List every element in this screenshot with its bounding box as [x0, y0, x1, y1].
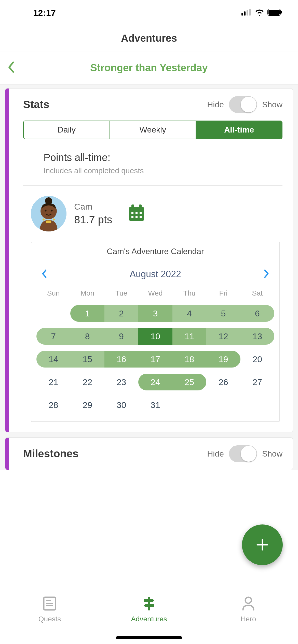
calendar-day[interactable]: 14	[36, 348, 70, 371]
card-accent	[5, 89, 9, 432]
calendar-day-number: 31	[151, 400, 160, 410]
calendar-day	[206, 393, 240, 416]
calendar-toggle-button[interactable]	[127, 204, 146, 223]
svg-rect-18	[131, 212, 133, 214]
add-button[interactable]	[242, 524, 283, 565]
stats-card: Stats Hide Show Daily Weekly All-time Po…	[5, 88, 293, 432]
calendar-day[interactable]: 27	[240, 371, 274, 393]
segment-daily[interactable]: Daily	[24, 121, 110, 139]
calendar-day-number: 26	[219, 377, 228, 387]
user-info: Cam 81.7 pts	[74, 202, 112, 226]
calendar-day-number: 17	[151, 354, 160, 364]
tab-bar: Quests Adventures Hero	[0, 588, 298, 644]
tab-label: Adventures	[131, 615, 167, 623]
stats-title: Stats	[23, 98, 202, 111]
prev-month-button[interactable]	[42, 269, 47, 279]
calendar-day-number: 4	[187, 309, 192, 318]
calendar-day[interactable]: 28	[36, 393, 70, 416]
svg-rect-3	[249, 9, 251, 16]
calendar-day	[172, 393, 206, 416]
segment-alltime[interactable]: All-time	[196, 121, 282, 139]
svg-rect-21	[131, 216, 133, 218]
calendar-dow: Sat	[240, 285, 274, 302]
next-month-button[interactable]	[264, 269, 269, 279]
calendar-day[interactable]: 19	[206, 348, 240, 371]
segment-weekly[interactable]: Weekly	[110, 121, 196, 139]
hide-label: Hide	[207, 100, 224, 109]
calendar-day-number: 1	[85, 309, 90, 318]
calendar-day-number: 6	[255, 309, 260, 318]
calendar-day[interactable]: 6	[240, 302, 274, 325]
calendar-day[interactable]: 4	[172, 302, 206, 325]
calendar-day[interactable]: 9	[104, 325, 138, 348]
calendar-day-number: 9	[119, 331, 124, 341]
calendar-day[interactable]: 11	[172, 325, 206, 348]
calendar-day[interactable]: 30	[104, 393, 138, 416]
chevron-left-icon	[42, 269, 47, 278]
svg-rect-16	[131, 204, 134, 209]
calendar-day-number: 11	[185, 331, 194, 341]
svg-rect-2	[247, 10, 248, 16]
points-title: Points all-time:	[44, 152, 282, 163]
calendar-day[interactable]: 13	[240, 325, 274, 348]
calendar-day[interactable]: 17	[138, 348, 172, 371]
calendar-dow: Mon	[70, 285, 104, 302]
subtitle-bar: Stronger than Yesterday	[0, 51, 298, 84]
calendar-day[interactable]: 31	[138, 393, 172, 416]
status-icons	[241, 9, 283, 17]
calendar-dow: Sun	[36, 285, 70, 302]
calendar-dow: Wed	[138, 285, 172, 302]
calendar-day[interactable]: 21	[36, 371, 70, 393]
calendar-day[interactable]: 16	[104, 348, 138, 371]
time-range-segmented-control: Daily Weekly All-time	[23, 121, 282, 139]
calendar-day[interactable]: 15	[70, 348, 104, 371]
calendar-day-number: 25	[185, 377, 194, 387]
person-icon	[239, 595, 257, 612]
user-name: Cam	[74, 202, 112, 212]
calendar-day-number: 20	[252, 354, 262, 364]
calendar-day[interactable]: 22	[70, 371, 104, 393]
svg-rect-22	[136, 216, 138, 218]
cellular-icon	[241, 9, 252, 17]
calendar-day[interactable]: 3	[138, 302, 172, 325]
points-subtitle: Includes all completed quests	[44, 166, 282, 175]
calendar-day[interactable]: 18	[172, 348, 206, 371]
tab-hero[interactable]: Hero	[199, 595, 298, 644]
calendar-day[interactable]: 2	[104, 302, 138, 325]
calendar-day[interactable]: 10	[138, 325, 172, 348]
calendar-day-number: 21	[49, 377, 58, 387]
calendar-day[interactable]: 24	[138, 371, 172, 393]
calendar-day[interactable]: 8	[70, 325, 104, 348]
tab-quests[interactable]: Quests	[0, 595, 99, 644]
calendar-day[interactable]: 1	[70, 302, 104, 325]
calendar-day[interactable]: 12	[206, 325, 240, 348]
svg-point-29	[245, 597, 251, 603]
svg-rect-5	[268, 10, 280, 15]
stats-visibility-toggle[interactable]	[229, 96, 257, 113]
avatar[interactable]	[31, 196, 66, 231]
back-button[interactable]	[8, 61, 15, 74]
calendar-day-number: 22	[83, 377, 92, 387]
calendar-day-number: 18	[185, 354, 194, 364]
calendar-day[interactable]: 23	[104, 371, 138, 393]
svg-rect-6	[281, 11, 282, 13]
calendar-day[interactable]: 25	[172, 371, 206, 393]
stats-header: Stats Hide Show	[23, 96, 282, 113]
calendar-day-number: 8	[85, 331, 90, 341]
calendar-day[interactable]: 20	[240, 348, 274, 371]
calendar-day[interactable]: 5	[206, 302, 240, 325]
divider	[23, 185, 282, 186]
calendar-day[interactable]: 29	[70, 393, 104, 416]
hide-label: Hide	[207, 449, 224, 459]
calendar-day-number: 3	[153, 309, 158, 318]
calendar-grid: SunMonTueWedThuFriSat1234567891011121314…	[31, 285, 279, 421]
page-title: Adventures	[121, 33, 177, 44]
calendar-day-number: 28	[49, 400, 58, 410]
content-area: Stats Hide Show Daily Weekly All-time Po…	[0, 84, 298, 470]
svg-point-10	[45, 210, 47, 212]
calendar-day[interactable]: 26	[206, 371, 240, 393]
calendar-dow: Thu	[172, 285, 206, 302]
milestones-visibility-toggle[interactable]	[229, 445, 257, 462]
calendar-day[interactable]: 7	[36, 325, 70, 348]
svg-point-11	[51, 210, 53, 212]
